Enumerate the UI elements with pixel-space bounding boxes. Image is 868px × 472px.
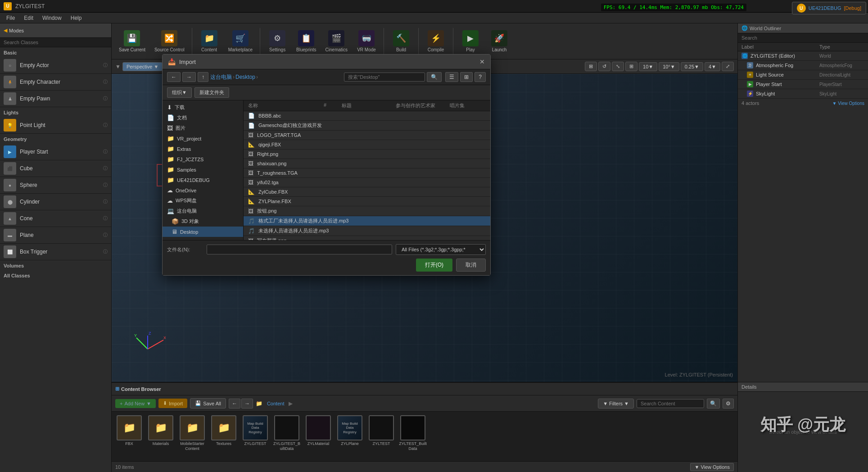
play-button[interactable]: ▶ Play <box>457 28 484 54</box>
sidebar-item-samples[interactable]: 📁 Samples <box>163 164 243 175</box>
file-logo-start[interactable]: 🖼 LOGO_START.TGA <box>244 131 490 140</box>
blueprints-button[interactable]: 📋 Blueprints <box>293 28 320 54</box>
filetype-select[interactable]: All Files (*.3g2;*.3gp;*.3gpp;* <box>396 244 486 255</box>
cb-item-textures[interactable]: 📁 Textures <box>210 415 238 446</box>
outliner-item-zylgitest[interactable]: 🌐 ZYLGITEST (Editor) World <box>738 51 868 61</box>
cb-item-zylplane[interactable]: Map BuildData Registry ZYLPlane <box>336 415 364 446</box>
org-button[interactable]: 组织▼ <box>167 87 192 98</box>
cb-options-button[interactable]: ⚙ <box>723 399 734 408</box>
launch-button[interactable]: 🚀 Launch <box>486 28 513 54</box>
left-item-box-trigger[interactable]: ⬜ Box Trigger ⓘ <box>0 244 111 260</box>
file-button-png[interactable]: 🖼 按钮.png <box>244 206 490 216</box>
cb-item-zyltest-built[interactable]: ZYLTEST_BuiltData <box>399 415 427 451</box>
left-item-cylinder[interactable]: ⬤ Cylinder ⓘ <box>0 194 111 210</box>
menu-edit[interactable]: Edit <box>19 14 38 22</box>
cb-back-button[interactable]: ← <box>229 399 240 408</box>
grid-button[interactable]: ⊞ <box>625 62 637 71</box>
file-qigeji[interactable]: 📐 qigeji.FBX <box>244 140 490 150</box>
source-control-button[interactable]: 🔀 Source Control <box>151 28 188 54</box>
left-item-cone[interactable]: ▲ Cone ⓘ <box>0 210 111 227</box>
filters-button[interactable]: ▼ Filters ▼ <box>598 399 634 408</box>
filename-input[interactable] <box>207 245 392 254</box>
menu-file[interactable]: File <box>2 14 19 22</box>
dialog-cancel-button[interactable]: 取消 <box>456 259 486 272</box>
cb-item-materials[interactable]: 📁 Materials <box>147 415 175 446</box>
outliner-search-input[interactable] <box>738 33 868 43</box>
content-button[interactable]: 📁 Content <box>196 28 223 54</box>
scale-size[interactable]: 0.25▼ <box>681 62 703 71</box>
modes-bar[interactable]: ◀ Modes <box>0 23 111 38</box>
vr-mode-button[interactable]: 🥽 VR Mode <box>353 28 380 54</box>
maximize-button[interactable]: ⤢ <box>722 62 734 71</box>
sidebar-item-this-computer[interactable]: 💻 这台电脑 <box>163 206 243 216</box>
dialog-forward-button[interactable]: → <box>182 72 196 82</box>
sidebar-item-ue421debug[interactable]: 📁 UE421DEBUG <box>163 175 243 185</box>
file-bbbb-abc[interactable]: 📄 BBBB.abc <box>244 111 490 121</box>
outliner-item-atmospheric-fog[interactable]: 🌫 Atmospheric Fog AtmosphericFog <box>738 61 868 70</box>
import-button[interactable]: ⬇ Import <box>158 399 187 408</box>
section-all-classes[interactable]: All Classes <box>0 270 111 280</box>
file-t-roughness[interactable]: 🖼 T_roughness.TGA <box>244 168 490 178</box>
build-button[interactable]: 🔨 Build <box>388 28 415 54</box>
rotate-size[interactable]: 10°▼ <box>659 62 679 71</box>
menu-window[interactable]: Window <box>38 14 66 22</box>
perspective-button[interactable]: Perspective▼ <box>122 62 163 71</box>
dialog-up-button[interactable]: ↑ <box>198 72 208 82</box>
outliner-item-player-start[interactable]: ▶ Player Start PlayerStart <box>738 80 868 89</box>
cb-item-zylgitest-built[interactable]: ZYLGITEST_BuiltData <box>273 415 301 451</box>
search-classes-input[interactable] <box>0 38 111 47</box>
save-current-button[interactable]: 💾 Save Current <box>115 28 149 54</box>
outliner-item-skylight[interactable]: ⚡ SkyLight SkyLight <box>738 89 868 99</box>
breadcrumb-desktop[interactable]: Desktop <box>235 74 255 80</box>
cb-forward-button[interactable]: → <box>241 399 253 408</box>
sidebar-item-download[interactable]: ⬇ 下载 <box>163 102 243 113</box>
sidebar-item-desktop[interactable]: 🖥 Desktop <box>163 227 243 237</box>
sidebar-item-3d-objects[interactable]: 📦 3D 对象 <box>163 216 243 227</box>
dialog-back-button[interactable]: ← <box>167 72 181 82</box>
breadcrumb-computer[interactable]: 这台电脑 <box>210 73 232 81</box>
section-volumes[interactable]: Volumes <box>0 260 111 270</box>
file-zylplane[interactable]: 📐 ZYLPlane.FBX <box>244 197 490 206</box>
save-all-button[interactable]: 💾 Save All <box>190 398 226 408</box>
file-yifu02[interactable]: 🖼 yifu02.tga <box>244 178 490 187</box>
sidebar-item-fj-jcztzs[interactable]: 📁 FJ_JCZTZS <box>163 154 243 164</box>
outliner-item-light-source[interactable]: ☀ Light Source DirectionalLight <box>738 70 868 80</box>
left-item-empty-actor[interactable]: ○ Empty Actor ⓘ <box>0 57 111 74</box>
add-new-button[interactable]: + Add New ▼ <box>115 399 156 408</box>
cb-item-fbx[interactable]: 📁 FBX <box>115 415 143 446</box>
cb-item-zyltest[interactable]: ZYLTEST <box>367 415 395 446</box>
sidebar-item-extras[interactable]: 📁 Extras <box>163 144 243 154</box>
section-lights[interactable]: Lights <box>0 107 111 117</box>
sidebar-item-documents[interactable]: 📄 文档 <box>163 113 243 123</box>
transform-button[interactable]: ⊞ <box>585 62 597 71</box>
content-search-input[interactable] <box>637 399 704 408</box>
dialog-view-list-button[interactable]: ☰ <box>445 72 458 82</box>
file-zylcube[interactable]: 📐 ZylCube.FBX <box>244 187 490 197</box>
file-write-png[interactable]: 🖼 写在那里.png <box>244 236 490 240</box>
grid-size[interactable]: 10▼ <box>639 62 657 71</box>
cb-item-mobile-starter[interactable]: 📁 MobileStarter Content <box>178 415 206 451</box>
file-shaixuan[interactable]: 🖼 shaixuan.png <box>244 159 490 168</box>
cb-item-zylgitest[interactable]: Map BuildData Registry ZYLGITEST <box>241 415 269 446</box>
import-dialog-close-button[interactable]: ✕ <box>479 58 485 65</box>
dialog-search-input[interactable] <box>344 73 425 82</box>
file-right-png[interactable]: 🖼 Right.png <box>244 150 490 159</box>
left-item-sphere[interactable]: ● Sphere ⓘ <box>0 177 111 194</box>
menu-help[interactable]: Help <box>66 14 86 22</box>
viewport-dropdown-arrow[interactable]: ▼ <box>115 64 121 70</box>
sidebar-item-wps[interactable]: ☁ WPS网盘 <box>163 195 243 206</box>
left-item-plane[interactable]: ▬ Plane ⓘ <box>0 227 111 244</box>
left-item-point-light[interactable]: 💡 Point Light ⓘ <box>0 117 111 134</box>
left-item-empty-character[interactable]: 🧍 Empty Character ⓘ <box>0 74 111 91</box>
dialog-search-button[interactable]: 🔍 <box>427 72 442 82</box>
sidebar-item-vr-project[interactable]: 📁 VR_project <box>163 133 243 144</box>
dialog-view-grid-button[interactable]: ⊞ <box>460 72 473 82</box>
sidebar-item-pictures[interactable]: 🖼 图片 <box>163 123 243 133</box>
view-options-button[interactable]: ▼ View Options <box>690 463 734 471</box>
file-not-selected-mp3[interactable]: 🎵 未选择人员请选择人员后进.mp3 <box>244 226 490 236</box>
dialog-help-button[interactable]: ? <box>475 72 486 82</box>
scale-button[interactable]: ⤡ <box>612 62 624 71</box>
file-gamescho[interactable]: 📄 Gamescho虚幻独立游戏开发 <box>244 121 490 131</box>
sidebar-item-onedrive[interactable]: ☁ OneDrive <box>163 185 243 195</box>
cinematics-button[interactable]: 🎬 Cinematics <box>322 28 351 54</box>
